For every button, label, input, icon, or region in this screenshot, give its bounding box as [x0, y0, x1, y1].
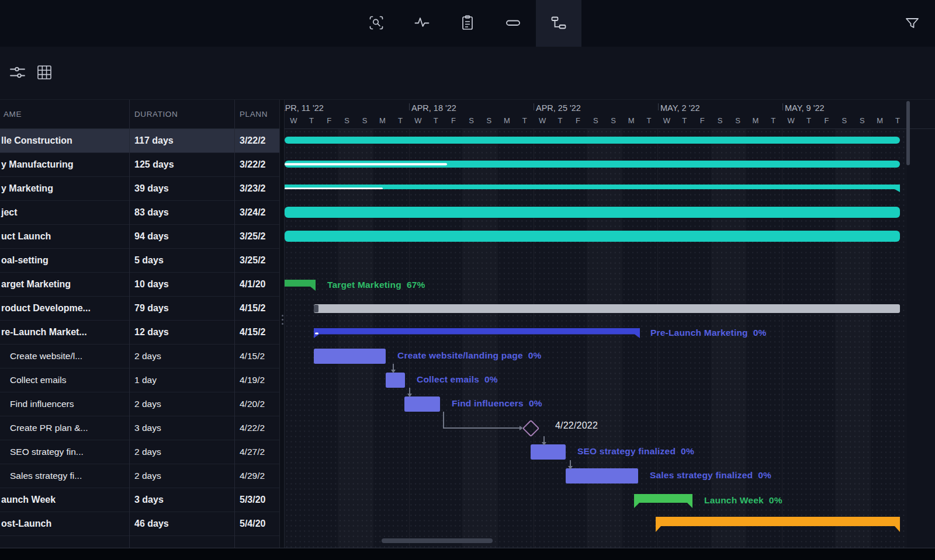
tool-zoom-select[interactable]: [354, 0, 399, 47]
table-row-ject[interactable]: ject83 days3/24/2: [0, 201, 279, 225]
gantt-bar-find-influencers[interactable]: [404, 396, 440, 412]
bar-label-create-pr-plan-distribute: 4/22/2022: [555, 420, 598, 431]
gantt-bar-sales-strategy-finalized[interactable]: [566, 468, 638, 484]
bar-drag-handle[interactable]: [314, 305, 318, 312]
task-name: Collect emails: [0, 375, 130, 385]
task-name: y Manufacturing: [0, 159, 130, 170]
gantt-bar-target-marketing[interactable]: [285, 280, 316, 291]
tool-baseline[interactable]: [490, 0, 536, 47]
vertical-scrollbar[interactable]: [906, 101, 910, 165]
milestone-create-pr-plan-distribute[interactable]: [522, 419, 539, 437]
zoom-select-icon: [368, 14, 385, 33]
table-row-lle-construction[interactable]: lle Construction117 days3/22/2: [0, 129, 279, 153]
table-row-create-pr-plan[interactable]: Create PR plan &...3 days4/22/2: [0, 416, 279, 440]
table-row-ost-launch[interactable]: ost-Launch46 days5/4/20: [0, 512, 279, 536]
panel-splitter[interactable]: [279, 100, 285, 548]
table-row-collect-emails[interactable]: Collect emails1 day4/19/2: [0, 368, 279, 392]
gantt-bar-product-development[interactable]: [314, 304, 900, 313]
day-label: F: [569, 116, 587, 125]
gantt-bar-product-launch[interactable]: [285, 231, 900, 242]
table-row-seo-strategy-fin[interactable]: SEO strategy fin...2 days4/27/2: [0, 440, 279, 464]
tool-clipboard[interactable]: [445, 0, 490, 47]
table-row-aunch-week[interactable]: aunch Week3 days5/3/20: [0, 488, 279, 512]
app-window: AME DURATION PLANN lle Construction117 d…: [0, 0, 935, 560]
dependency-line: [570, 460, 571, 466]
bar-label-create-website-landing-page: Create website/landing page0%: [397, 350, 542, 361]
column-header-name: AME: [0, 110, 130, 119]
task-planned-date: 4/22/2: [235, 423, 279, 433]
table-row-uct-launch[interactable]: uct Launch94 days3/25/2: [0, 225, 279, 249]
gantt-bar-launch-week[interactable]: [634, 494, 692, 508]
table-row-find-influencers[interactable]: Find influencers2 days4/20/2: [0, 392, 279, 416]
task-name: y Marketing: [0, 183, 130, 194]
task-duration: 2 days: [130, 399, 235, 409]
table-row-y-marketing[interactable]: y Marketing39 days3/23/2: [0, 177, 279, 201]
day-label: W: [285, 116, 303, 125]
progress-line: [285, 163, 447, 165]
table-row-sales-strategy-fi[interactable]: Sales strategy fi...2 days4/29/2: [0, 464, 279, 488]
task-name: Create PR plan &...: [0, 423, 130, 433]
task-duration: 3 days: [130, 495, 235, 505]
task-name: ost-Launch: [0, 519, 130, 529]
task-name: lle Construction: [0, 135, 130, 146]
activity-icon: [413, 14, 431, 33]
task-planned-date: 3/22/2: [235, 159, 279, 170]
week-gridline: [534, 129, 534, 548]
tool-activity[interactable]: [399, 0, 445, 47]
day-label: M: [746, 116, 764, 125]
table-row-oal-setting[interactable]: oal-setting5 days3/25/2: [0, 249, 279, 273]
gantt-bar-project[interactable]: [285, 207, 900, 218]
day-label: F: [693, 116, 711, 125]
table-row-arget-marketing[interactable]: arget Marketing10 days4/1/20: [0, 273, 279, 297]
task-name: uct Launch: [0, 231, 130, 242]
tool-gantt[interactable]: [536, 0, 581, 47]
gantt-chart-icon: [550, 14, 567, 33]
filter-button[interactable]: [901, 13, 923, 34]
day-label: T: [889, 116, 907, 125]
gantt-bar-toy-manufacturing[interactable]: [285, 161, 900, 168]
task-duration: 39 days: [130, 183, 235, 194]
gantt-bar-create-website-landing-page[interactable]: [314, 349, 386, 364]
day-label: T: [515, 116, 534, 125]
table-columns-button[interactable]: [35, 63, 54, 84]
week-tick: [782, 103, 783, 110]
day-label: W: [534, 116, 552, 125]
table-row-re-launch-market[interactable]: re-Launch Market...12 days4/15/2: [0, 321, 279, 345]
table-row-roduct-developme[interactable]: roduct Developme...79 days4/15/2: [0, 297, 279, 321]
chart-settings-button[interactable]: [8, 63, 27, 84]
horizontal-scrollbar[interactable]: [382, 538, 493, 543]
bar-label-target-marketing: Target Marketing67%: [327, 280, 425, 290]
bar-label-pre-launch-marketing: Pre-Launch Marketing0%: [650, 328, 767, 338]
day-label: S: [835, 116, 853, 125]
task-planned-date: 4/19/2: [235, 375, 279, 385]
dependency-arrow: [542, 442, 546, 446]
gantt-bar-collect-emails[interactable]: [386, 373, 405, 388]
day-label: S: [462, 116, 480, 125]
task-planned-date: 3/23/2: [235, 183, 279, 194]
day-label: M: [498, 116, 516, 125]
day-label: W: [657, 116, 676, 125]
task-duration: 79 days: [130, 303, 235, 314]
gantt-bar-seo-strategy-finalized[interactable]: [531, 444, 566, 460]
week-tick: [534, 103, 534, 110]
day-label: F: [445, 116, 463, 125]
table-row-create-website-l[interactable]: Create website/l...2 days4/15/2: [0, 345, 279, 368]
task-name: aunch Week: [0, 495, 130, 505]
weekend-band: [462, 129, 498, 548]
week-label: MAY, 9 '22: [785, 103, 825, 113]
task-name: roduct Developme...: [0, 303, 130, 314]
day-label: F: [320, 116, 338, 125]
bar-label-collect-emails: Collect emails0%: [417, 374, 498, 385]
task-duration: 117 days: [130, 135, 235, 146]
day-label: S: [729, 116, 747, 125]
main-content: AME DURATION PLANN lle Construction117 d…: [0, 99, 935, 548]
week-gridline: [782, 129, 782, 548]
progress-tick: [315, 332, 318, 334]
weekend-band: [587, 129, 622, 548]
week-label: APR, 25 '22: [536, 103, 581, 113]
task-table: AME DURATION PLANN lle Construction117 d…: [0, 100, 279, 548]
table-row-y-manufacturing[interactable]: y Manufacturing125 days3/22/2: [0, 153, 279, 177]
task-planned-date: 4/29/2: [235, 471, 279, 481]
gantt-bar-castle-construction[interactable]: [285, 137, 900, 144]
column-header-planned: PLANN: [235, 110, 279, 119]
